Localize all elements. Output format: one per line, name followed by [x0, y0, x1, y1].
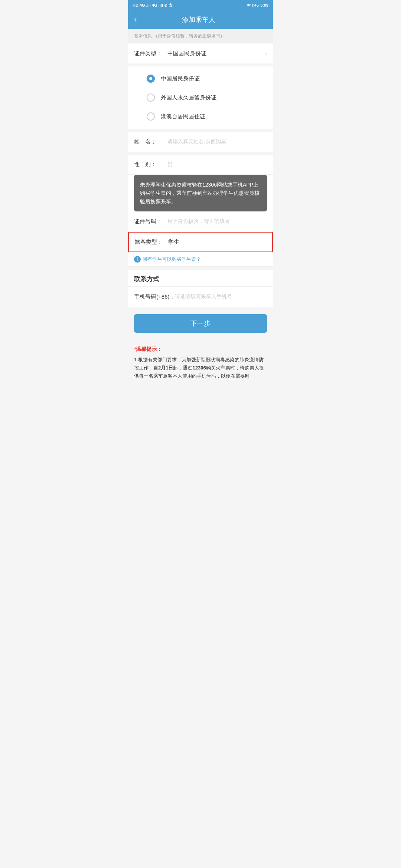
phone-placeholder: 请准确填写乘车人手机号 [175, 293, 232, 300]
gender-section: 性 别： 男 未办理学生优惠资质核验在12306网站或手机APP上购买学生票的，… [128, 155, 273, 231]
radio-option-1[interactable]: 中国居民身份证 [128, 69, 273, 88]
passenger-type-row[interactable]: 旅客类型： 学生 [128, 232, 273, 252]
status-time: 3:09 [260, 3, 268, 7]
radio-circle-3[interactable] [147, 112, 155, 121]
status-battery: ▯45 [252, 3, 259, 8]
name-placeholder: 请输入真实姓名,以便购票 [167, 138, 226, 145]
info-link-row[interactable]: ! 哪些学生可以购买学生票？ [128, 252, 273, 267]
radio-option-2[interactable]: 外国人永久居留身份证 [128, 88, 273, 107]
gender-label: 性 别： [134, 161, 167, 168]
gender-row[interactable]: 性 别： 男 [128, 155, 273, 175]
id-type-value: 中国居民身份证 [167, 50, 265, 57]
status-icons: ⊙ 支 [164, 3, 173, 8]
tooltip-text: 未办理学生优惠资质核验在12306网站或手机APP上购买学生票的，乘车前须到车站… [140, 182, 260, 204]
status-carrier: HD [133, 3, 138, 7]
basic-info-note: （用于身份核验，请务必正确填写） [153, 33, 225, 39]
chevron-right-icon: › [265, 50, 267, 57]
id-number-label: 证件号码： [134, 218, 167, 225]
back-button[interactable]: ‹ [134, 15, 137, 24]
id-number-placeholder: 用于身份核验，请正确填写 [167, 218, 230, 225]
contact-section: 联系方式 手机号码(+86)： 请准确填写乘车人手机号 [128, 270, 273, 307]
header: ‹ 添加乘车人 [128, 10, 273, 29]
radio-section: 中国居民身份证 外国人永久居留身份证 港澳台居民居住证 [128, 66, 273, 129]
next-button[interactable]: 下一步 [134, 314, 267, 333]
info-link-text: 哪些学生可以购买学生票？ [143, 256, 201, 263]
gender-placeholder: 男 [167, 161, 173, 168]
passenger-type-wrapper: 旅客类型： 学生 [128, 231, 273, 252]
contact-section-label: 联系方式 [128, 270, 273, 287]
info-icon-label: ! [137, 257, 138, 262]
id-type-card: 证件类型： 中国居民身份证 › [128, 43, 273, 63]
name-label: 姓 名： [134, 138, 167, 145]
radio-label-3: 港澳台居民居住证 [161, 113, 205, 120]
status-right: 👁 ▯45 3:09 [247, 3, 268, 8]
warm-tips-title: *温馨提示： [134, 346, 267, 353]
status-eye-icon: 👁 [247, 3, 251, 7]
status-bar: HD 4G .ill 4G .ill ⊙ 支 👁 ▯45 3:09 [128, 0, 273, 10]
page-title: 添加乘车人 [141, 15, 256, 24]
tooltip-container: 未办理学生优惠资质核验在12306网站或手机APP上购买学生票的，乘车前须到车站… [128, 175, 273, 211]
basic-info-section-label: 基本信息 （用于身份核验，请务必正确填写） [128, 29, 273, 43]
passenger-type-value: 学生 [168, 239, 266, 246]
info-icon: ! [134, 256, 141, 263]
warm-tips-content: 1.根据有关部门要求，为加强新型冠状病毒感染的肺炎疫情防控工作，自2月1日起，通… [134, 356, 267, 380]
phone-row[interactable]: 手机号码(+86)： 请准确填写乘车人手机号 [128, 287, 273, 307]
passenger-type-label: 旅客类型： [135, 239, 168, 246]
basic-info-label: 基本信息 [134, 33, 152, 39]
btn-container: 下一步 [128, 307, 273, 340]
radio-circle-2[interactable] [147, 93, 155, 102]
tooltip-overlay: 未办理学生优惠资质核验在12306网站或手机APP上购买学生票的，乘车前须到车站… [134, 175, 267, 211]
status-left: HD 4G .ill 4G .ill ⊙ 支 [133, 3, 173, 8]
radio-label-1: 中国居民身份证 [161, 75, 200, 82]
id-type-row[interactable]: 证件类型： 中国居民身份证 › [128, 43, 273, 63]
radio-circle-1[interactable] [147, 75, 155, 83]
warm-tips-section: *温馨提示： 1.根据有关部门要求，为加强新型冠状病毒感染的肺炎疫情防控工作，自… [128, 340, 273, 386]
name-row[interactable]: 姓 名： 请输入真实姓名,以便购票 [128, 132, 273, 152]
radio-label-2: 外国人永久居留身份证 [161, 94, 216, 101]
id-number-row[interactable]: 证件号码： 用于身份核验，请正确填写 [128, 211, 273, 231]
phone-label: 手机号码(+86)： [134, 293, 175, 300]
id-type-label: 证件类型： [134, 50, 167, 57]
status-signal: 4G .ill 4G .ill [140, 3, 163, 7]
name-card: 姓 名： 请输入真实姓名,以便购票 [128, 132, 273, 152]
radio-option-3[interactable]: 港澳台居民居住证 [128, 107, 273, 126]
warm-tips-text: 1.根据有关部门要求，为加强新型冠状病毒感染的肺炎疫情防控工作，自2月1日起，通… [134, 357, 264, 379]
